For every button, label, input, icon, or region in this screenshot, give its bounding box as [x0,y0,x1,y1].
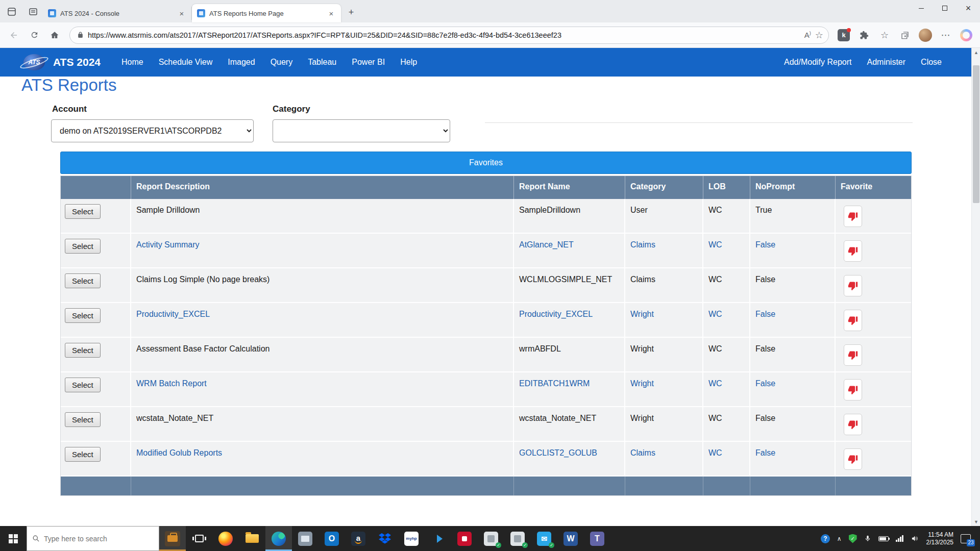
lob-cell: WC [703,407,750,441]
action-center-icon[interactable]: 23 [961,534,971,543]
report-description-link[interactable]: WRM Batch Report [131,372,514,406]
favorite-thumbsdown-button[interactable] [844,379,862,400]
outlook-app-icon[interactable]: O [318,526,345,551]
close-button[interactable]: × [957,0,980,16]
favorite-star-icon[interactable]: ☆ [815,30,823,41]
report-name-cell: Productivity_EXCEL [514,303,625,337]
select-button[interactable]: Select [65,308,101,323]
select-button[interactable]: Select [65,447,101,462]
favorite-thumbsdown-button[interactable] [844,448,862,470]
page-scrollbar[interactable]: ▲ ▼ [971,48,980,526]
extension-keeper-icon[interactable]: k [835,27,852,44]
url-text[interactable]: https://www.atsrmis.com/ats2017/ATSRepor… [88,31,800,39]
favorite-thumbsdown-button[interactable] [844,344,862,366]
scroll-up-icon[interactable]: ▲ [972,48,980,57]
nav-schedule-view[interactable]: Schedule View [151,53,220,72]
start-button[interactable] [0,526,27,551]
lob-cell: WC [703,199,750,233]
select-button[interactable]: Select [65,273,101,288]
copilot-icon[interactable] [958,27,975,44]
volume-icon[interactable] [911,535,919,542]
help-icon[interactable]: ? [821,534,830,543]
extensions-puzzle-icon[interactable] [855,27,873,44]
select-button[interactable]: Select [65,412,101,427]
favorite-thumbsdown-button[interactable] [844,240,862,262]
table-row: Select Modified Golub Reports GOLCLIST2_… [61,442,911,477]
profile-avatar[interactable] [917,27,934,44]
scrollbar-thumb[interactable] [973,65,979,203]
briefcase-app-icon[interactable] [159,526,186,551]
nav-help[interactable]: Help [393,53,425,72]
tab-close-icon[interactable]: × [327,9,336,18]
read-aloud-icon[interactable]: A) [804,31,811,39]
home-icon[interactable] [46,27,63,44]
nav-home[interactable]: Home [114,53,151,72]
lob-cell: WC [703,338,750,371]
tray-chevron-up-icon[interactable]: ∧ [837,535,842,542]
restore-button[interactable] [933,0,957,16]
lob-cell: WC [703,303,750,337]
hp-app-icon[interactable]: myhp [398,526,425,551]
teams-app-icon[interactable]: T [584,526,610,551]
clock[interactable]: 11:54 AM 2/13/2025 [926,531,953,546]
nav-add-modify-report[interactable]: Add/Modify Report [776,53,860,72]
report-description-link[interactable]: Modified Golub Reports [131,442,514,475]
account-select[interactable]: demo on ATS2019SERVER1\ATSCORPDB2 [51,119,254,142]
network-signal-icon[interactable] [896,535,903,542]
amazon-app-icon[interactable]: a [345,526,372,551]
refresh-icon[interactable] [26,27,43,44]
microphone-icon[interactable] [864,534,871,543]
dropbox-app-icon[interactable] [372,526,398,551]
app-blue-icon[interactable] [425,526,451,551]
favorite-thumbsdown-button[interactable] [844,275,862,296]
minimize-button[interactable] [910,0,933,16]
outlook-new-app-icon[interactable]: ✉✓ [531,526,557,551]
back-icon[interactable] [5,27,22,44]
store-icon [298,532,312,546]
nav-query[interactable]: Query [263,53,301,72]
favorite-thumbsdown-button[interactable] [844,310,862,331]
select-button[interactable]: Select [65,204,101,219]
nav-close[interactable]: Close [913,53,949,72]
firefox-app-icon[interactable] [212,526,239,551]
search-input[interactable] [44,535,146,543]
header-lob: LOB [703,176,750,199]
store-app-icon[interactable] [292,526,318,551]
favorites-bar-icon[interactable]: ☆ [876,27,893,44]
word-app-icon[interactable]: W [557,526,584,551]
edge-app-icon[interactable] [265,526,292,551]
file-explorer-app-icon[interactable] [239,526,265,551]
nav-imaged[interactable]: Imaged [220,53,262,72]
app-gray-icon-1[interactable]: ✓ [478,526,504,551]
nav-power-bi[interactable]: Power BI [344,53,393,72]
report-description-link[interactable]: Productivity_EXCEL [131,303,514,337]
settings-more-icon[interactable]: ⋯ [937,27,954,44]
collections-icon[interactable] [896,27,914,44]
tab-ats-reports[interactable]: ATS Reports Home Page × [192,4,341,22]
favorite-thumbsdown-button[interactable] [844,206,862,227]
workspaces-icon[interactable] [3,3,20,20]
select-button[interactable]: Select [65,378,101,392]
nav-administer[interactable]: Administer [860,53,914,72]
select-button[interactable]: Select [65,343,101,358]
taskbar-search[interactable] [27,526,159,551]
new-tab-button[interactable]: + [344,5,358,19]
tab-ats-console[interactable]: ATS 2024 - Console × [43,7,192,20]
hp-icon: myhp [404,532,419,546]
address-bar[interactable]: https://www.atsrmis.com/ats2017/ATSRepor… [69,27,829,44]
battery-icon[interactable] [878,536,889,541]
app-red-icon[interactable] [451,526,478,551]
table-row: Select Productivity_EXCEL Productivity_E… [61,303,911,338]
defender-shield-icon[interactable]: ✓ [849,534,857,543]
scroll-down-icon[interactable]: ▼ [972,517,980,526]
app-gray-icon-2[interactable]: ✓ [504,526,531,551]
report-description-link[interactable]: Activity Summary [131,234,514,267]
noprompt-cell: False [750,407,836,441]
task-view-button[interactable] [186,526,212,551]
category-select[interactable] [273,119,450,142]
tab-close-icon[interactable]: × [177,9,186,18]
favorite-thumbsdown-button[interactable] [844,414,862,435]
tab-actions-icon[interactable] [24,3,42,20]
select-button[interactable]: Select [65,239,101,254]
nav-tableau[interactable]: Tableau [300,53,344,72]
